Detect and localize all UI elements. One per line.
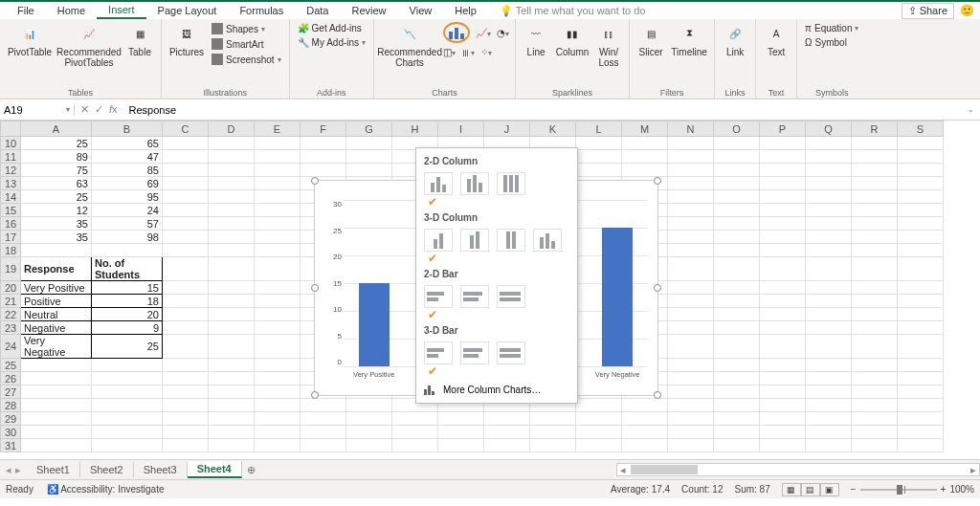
zoom-out-button[interactable]: − — [851, 484, 857, 495]
rec-pivot-label: Recommended PivotTables — [56, 47, 122, 68]
more-column-charts[interactable]: More Column Charts… — [422, 378, 571, 397]
normal-view-button[interactable]: ▦ — [782, 483, 801, 496]
pictures-button[interactable]: 🖼 Pictures — [167, 22, 206, 57]
expand-formula-bar-icon[interactable]: ⌄ — [968, 105, 974, 114]
spark-winloss-button[interactable]: ⫿⫿Win/ Loss — [594, 22, 623, 68]
sheet-tab[interactable]: Sheet4 — [188, 461, 242, 478]
page-layout-view-button[interactable]: ▤ — [801, 483, 820, 496]
statistic-chart-dropdown[interactable]: ⫼▾ — [461, 47, 475, 57]
account-emoji-icon[interactable]: 🙂 — [960, 4, 974, 17]
slicer-button[interactable]: ▤Slicer — [635, 22, 666, 57]
enter-formula-icon[interactable]: ✓ — [95, 103, 103, 116]
line-chart-dropdown[interactable]: 📈▾ — [476, 28, 491, 38]
formula-bar[interactable]: Response — [125, 104, 960, 116]
worksheet-grid[interactable]: ABCDEFGHIJKLMNOPQRS102565118947127585136… — [0, 121, 980, 459]
column-chart-dropdown[interactable] — [443, 22, 470, 43]
timeline-button[interactable]: ⧗Timeline — [670, 22, 708, 57]
tab-help[interactable]: Help — [443, 3, 488, 18]
rec-pivot-button[interactable]: 📈 Recommended PivotTables — [57, 22, 121, 68]
chart-option-3d-100-stacked-bar[interactable] — [497, 341, 525, 364]
tell-me-search[interactable]: 💡 Tell me what you want to do — [488, 3, 657, 19]
zoom-percent[interactable]: 100% — [949, 484, 974, 495]
resize-handle[interactable] — [311, 284, 319, 292]
accessibility-status[interactable]: ♿ Accessibility: Investigate — [47, 484, 165, 495]
sheet-tab[interactable]: Sheet1 — [27, 462, 80, 477]
tab-view[interactable]: View — [398, 3, 444, 18]
equation-button[interactable]: πEquation▾ — [803, 22, 860, 34]
shapes-label: Shapes — [226, 24, 258, 34]
tab-nav-first-icon[interactable]: ◂ — [6, 464, 11, 476]
chart-option-100-stacked-bar[interactable] — [497, 285, 525, 308]
name-box[interactable]: A19 ▾ — [0, 104, 75, 116]
chart-option-3d-column[interactable] — [533, 229, 562, 252]
hierarchy-chart-dropdown[interactable]: ◫▾ — [443, 47, 456, 57]
spark-line-label: Line — [527, 47, 546, 57]
chart-option-stacked-column[interactable] — [460, 172, 489, 195]
symbol-button[interactable]: ΩSymbol — [803, 36, 860, 49]
chart-option-3d-stacked-bar[interactable] — [460, 341, 489, 364]
scatter-chart-dropdown[interactable]: ⁘▾ — [480, 47, 492, 57]
page-break-view-button[interactable]: ▣ — [820, 483, 839, 496]
fx-icon[interactable]: fx — [109, 103, 118, 116]
chart-option-3d-clustered[interactable] — [424, 229, 453, 252]
spark-column-label: Column — [556, 47, 589, 57]
store-icon: 🧩 — [298, 23, 309, 33]
table-button[interactable]: ▦ Table — [124, 22, 155, 57]
smartart-label: SmartArt — [226, 39, 263, 50]
resize-handle[interactable] — [654, 391, 661, 399]
spark-line-button[interactable]: 〰Line — [522, 22, 550, 57]
pie-chart-dropdown[interactable]: ◔▾ — [497, 28, 509, 38]
scroll-left-icon[interactable]: ◂ — [617, 464, 629, 476]
text-button[interactable]: AText — [762, 22, 791, 57]
screenshot-button[interactable]: Screenshot▾ — [210, 53, 283, 66]
sheet-tab[interactable]: Sheet3 — [134, 462, 188, 477]
chart-option-stacked-bar[interactable] — [460, 285, 489, 308]
chart-option-clustered-bar[interactable] — [424, 285, 453, 308]
chart-option-100-stacked-column[interactable] — [497, 172, 525, 195]
resize-handle[interactable] — [654, 284, 661, 292]
status-sum: Sum: 87 — [734, 484, 769, 495]
chevron-down-icon: ▾ — [66, 105, 70, 114]
tab-page-layout[interactable]: Page Layout — [146, 3, 229, 18]
scrollbar-thumb[interactable] — [631, 465, 698, 474]
spark-line-icon: 〰 — [524, 22, 547, 45]
zoom-slider-thumb[interactable] — [897, 485, 902, 495]
tab-home[interactable]: Home — [46, 3, 97, 18]
tab-review[interactable]: Review — [340, 3, 397, 18]
shapes-button[interactable]: Shapes▾ — [210, 22, 283, 35]
zoom-in-button[interactable]: + — [941, 484, 947, 495]
my-addins-button[interactable]: 🔧My Add-ins▾ — [296, 36, 368, 49]
group-text: AText Text — [756, 19, 797, 99]
rec-charts-button[interactable]: 📉 Recommended Charts — [380, 22, 439, 68]
accessibility-icon: ♿ — [47, 484, 58, 495]
pivottable-button[interactable]: 📊 PivotTable — [6, 22, 54, 57]
ribbon: 📊 PivotTable 📈 Recommended PivotTables ▦… — [0, 19, 980, 99]
group-filters: ▤Slicer ⧗Timeline Filters — [630, 19, 715, 99]
spark-column-button[interactable]: ▮▮Column — [554, 22, 590, 57]
add-sheet-button[interactable]: ⊕ — [242, 464, 261, 476]
tab-insert[interactable]: Insert — [97, 2, 146, 19]
link-button[interactable]: 🔗Link — [721, 22, 749, 57]
scroll-right-icon[interactable]: ▸ — [968, 464, 979, 476]
svg-rect-1 — [455, 28, 458, 39]
resize-handle[interactable] — [311, 391, 319, 399]
accessibility-label: Accessibility: Investigate — [60, 484, 164, 495]
tab-formulas[interactable]: Formulas — [228, 3, 295, 18]
tab-nav-last-icon[interactable]: ▸ — [15, 464, 21, 476]
cancel-formula-icon[interactable]: ✕ — [80, 103, 89, 116]
sheet-tab[interactable]: Sheet2 — [80, 462, 134, 477]
chart-option-3d-clustered-bar[interactable] — [424, 341, 453, 364]
resize-handle[interactable] — [311, 177, 319, 185]
smartart-button[interactable]: SmartArt — [210, 37, 283, 51]
chart-option-clustered-column[interactable] — [424, 172, 453, 195]
share-button[interactable]: ⇪ Share — [902, 3, 954, 19]
tab-file[interactable]: File — [6, 3, 46, 18]
chart-option-3d-stacked[interactable] — [460, 229, 489, 252]
horizontal-scrollbar[interactable]: ◂ ▸ — [616, 463, 980, 476]
tab-data[interactable]: Data — [295, 3, 340, 18]
chart-option-3d-100-stacked[interactable] — [497, 229, 525, 252]
zoom-slider[interactable] — [860, 489, 937, 491]
resize-handle[interactable] — [654, 177, 661, 185]
get-addins-button[interactable]: 🧩Get Add-ins — [296, 22, 368, 34]
group-symbols: πEquation▾ ΩSymbol Symbols — [797, 19, 866, 99]
